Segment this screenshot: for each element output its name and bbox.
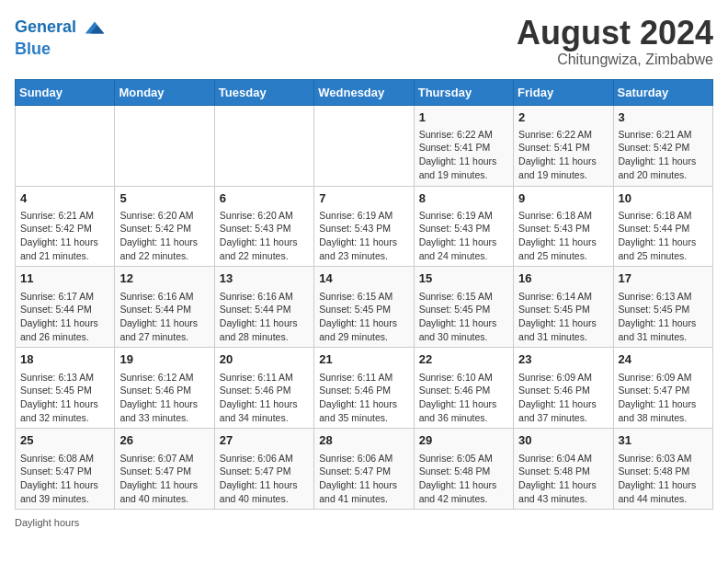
day-cell: 24Sunrise: 6:09 AM Sunset: 5:47 PM Dayli… xyxy=(613,348,712,429)
day-info: Sunrise: 6:15 AM Sunset: 5:45 PM Dayligh… xyxy=(319,290,408,344)
day-cell: 4Sunrise: 6:21 AM Sunset: 5:42 PM Daylig… xyxy=(16,186,115,267)
day-info: Sunrise: 6:12 AM Sunset: 5:46 PM Dayligh… xyxy=(119,371,209,425)
day-info: Sunrise: 6:06 AM Sunset: 5:47 PM Dayligh… xyxy=(319,452,408,506)
day-number: 24 xyxy=(619,351,708,368)
day-info: Sunrise: 6:11 AM Sunset: 5:46 PM Dayligh… xyxy=(319,371,408,425)
day-number: 14 xyxy=(319,270,408,287)
day-number: 7 xyxy=(319,190,408,207)
day-cell: 31Sunrise: 6:03 AM Sunset: 5:48 PM Dayli… xyxy=(613,429,712,510)
day-number: 6 xyxy=(220,190,309,207)
day-number: 3 xyxy=(619,109,708,126)
week-row-3: 11Sunrise: 6:17 AM Sunset: 5:44 PM Dayli… xyxy=(16,267,713,348)
week-row-5: 25Sunrise: 6:08 AM Sunset: 5:47 PM Dayli… xyxy=(16,429,713,510)
day-cell: 26Sunrise: 6:07 AM Sunset: 5:47 PM Dayli… xyxy=(115,429,214,510)
day-info: Sunrise: 6:17 AM Sunset: 5:44 PM Dayligh… xyxy=(20,290,109,344)
day-cell: 14Sunrise: 6:15 AM Sunset: 5:45 PM Dayli… xyxy=(314,267,414,348)
title-block: August 2024 Chitungwiza, Zimbabwe xyxy=(517,15,713,68)
header-cell-saturday: Saturday xyxy=(613,79,712,105)
day-cell: 20Sunrise: 6:11 AM Sunset: 5:46 PM Dayli… xyxy=(214,348,313,429)
day-cell: 13Sunrise: 6:16 AM Sunset: 5:44 PM Dayli… xyxy=(214,267,313,348)
day-info: Sunrise: 6:09 AM Sunset: 5:46 PM Dayligh… xyxy=(518,371,608,425)
day-info: Sunrise: 6:07 AM Sunset: 5:47 PM Dayligh… xyxy=(119,452,209,506)
header-row: SundayMondayTuesdayWednesdayThursdayFrid… xyxy=(16,79,713,105)
day-number: 18 xyxy=(20,351,109,368)
calendar-body: 1Sunrise: 6:22 AM Sunset: 5:41 PM Daylig… xyxy=(16,105,713,510)
day-info: Sunrise: 6:15 AM Sunset: 5:45 PM Dayligh… xyxy=(419,290,508,344)
day-cell: 18Sunrise: 6:13 AM Sunset: 5:45 PM Dayli… xyxy=(16,348,115,429)
day-info: Sunrise: 6:16 AM Sunset: 5:44 PM Dayligh… xyxy=(220,290,309,344)
page-header: General Blue August 2024 Chitungwiza, Zi… xyxy=(15,15,713,68)
day-number: 13 xyxy=(220,270,309,287)
day-info: Sunrise: 6:16 AM Sunset: 5:44 PM Dayligh… xyxy=(119,290,209,344)
day-cell: 5Sunrise: 6:20 AM Sunset: 5:42 PM Daylig… xyxy=(115,186,214,267)
day-cell: 19Sunrise: 6:12 AM Sunset: 5:46 PM Dayli… xyxy=(115,348,214,429)
logo: General Blue xyxy=(15,15,108,59)
day-cell: 11Sunrise: 6:17 AM Sunset: 5:44 PM Dayli… xyxy=(16,267,115,348)
day-number: 12 xyxy=(119,270,209,287)
day-info: Sunrise: 6:20 AM Sunset: 5:43 PM Dayligh… xyxy=(220,209,309,263)
day-number: 9 xyxy=(518,190,608,207)
day-cell: 8Sunrise: 6:19 AM Sunset: 5:43 PM Daylig… xyxy=(414,186,513,267)
day-cell: 6Sunrise: 6:20 AM Sunset: 5:43 PM Daylig… xyxy=(214,186,313,267)
day-number: 17 xyxy=(619,270,708,287)
day-cell: 10Sunrise: 6:18 AM Sunset: 5:44 PM Dayli… xyxy=(613,186,712,267)
day-number: 2 xyxy=(518,109,608,126)
day-info: Sunrise: 6:13 AM Sunset: 5:45 PM Dayligh… xyxy=(619,290,708,344)
day-number: 26 xyxy=(119,432,209,449)
day-number: 1 xyxy=(419,109,508,126)
day-info: Sunrise: 6:22 AM Sunset: 5:41 PM Dayligh… xyxy=(518,128,608,182)
day-cell xyxy=(16,105,115,186)
day-number: 11 xyxy=(20,270,109,287)
calendar-table: SundayMondayTuesdayWednesdayThursdayFrid… xyxy=(15,79,713,511)
day-number: 30 xyxy=(518,432,608,449)
week-row-4: 18Sunrise: 6:13 AM Sunset: 5:45 PM Dayli… xyxy=(16,348,713,429)
day-info: Sunrise: 6:21 AM Sunset: 5:42 PM Dayligh… xyxy=(619,128,708,182)
footer-text: Daylight hours xyxy=(15,517,79,528)
calendar-header: SundayMondayTuesdayWednesdayThursdayFrid… xyxy=(16,79,713,105)
day-number: 27 xyxy=(220,432,309,449)
day-number: 4 xyxy=(20,190,109,207)
day-info: Sunrise: 6:18 AM Sunset: 5:44 PM Dayligh… xyxy=(619,209,708,263)
day-info: Sunrise: 6:05 AM Sunset: 5:48 PM Dayligh… xyxy=(419,452,508,506)
day-number: 29 xyxy=(419,432,508,449)
day-cell: 27Sunrise: 6:06 AM Sunset: 5:47 PM Dayli… xyxy=(214,429,313,510)
day-number: 31 xyxy=(619,432,708,449)
day-number: 19 xyxy=(119,351,209,368)
day-number: 20 xyxy=(220,351,309,368)
day-cell: 25Sunrise: 6:08 AM Sunset: 5:47 PM Dayli… xyxy=(16,429,115,510)
logo-blue: Blue xyxy=(15,40,108,59)
day-cell: 12Sunrise: 6:16 AM Sunset: 5:44 PM Dayli… xyxy=(115,267,214,348)
day-info: Sunrise: 6:19 AM Sunset: 5:43 PM Dayligh… xyxy=(319,209,408,263)
day-number: 10 xyxy=(619,190,708,207)
header-cell-friday: Friday xyxy=(514,79,613,105)
day-cell: 30Sunrise: 6:04 AM Sunset: 5:48 PM Dayli… xyxy=(514,429,613,510)
header-cell-thursday: Thursday xyxy=(414,79,513,105)
day-cell: 15Sunrise: 6:15 AM Sunset: 5:45 PM Dayli… xyxy=(414,267,513,348)
week-row-1: 1Sunrise: 6:22 AM Sunset: 5:41 PM Daylig… xyxy=(16,105,713,186)
day-info: Sunrise: 6:11 AM Sunset: 5:46 PM Dayligh… xyxy=(220,371,309,425)
day-cell: 1Sunrise: 6:22 AM Sunset: 5:41 PM Daylig… xyxy=(414,105,513,186)
day-number: 22 xyxy=(419,351,508,368)
logo-text: General xyxy=(15,18,76,37)
day-cell: 2Sunrise: 6:22 AM Sunset: 5:41 PM Daylig… xyxy=(514,105,613,186)
day-number: 23 xyxy=(518,351,608,368)
day-cell: 22Sunrise: 6:10 AM Sunset: 5:46 PM Dayli… xyxy=(414,348,513,429)
day-number: 16 xyxy=(518,270,608,287)
day-info: Sunrise: 6:21 AM Sunset: 5:42 PM Dayligh… xyxy=(20,209,109,263)
day-number: 28 xyxy=(319,432,408,449)
day-cell: 29Sunrise: 6:05 AM Sunset: 5:48 PM Dayli… xyxy=(414,429,513,510)
day-info: Sunrise: 6:03 AM Sunset: 5:48 PM Dayligh… xyxy=(619,452,708,506)
day-cell xyxy=(214,105,313,186)
week-row-2: 4Sunrise: 6:21 AM Sunset: 5:42 PM Daylig… xyxy=(16,186,713,267)
header-cell-sunday: Sunday xyxy=(16,79,115,105)
day-number: 25 xyxy=(20,432,109,449)
day-cell: 3Sunrise: 6:21 AM Sunset: 5:42 PM Daylig… xyxy=(613,105,712,186)
day-number: 8 xyxy=(419,190,508,207)
footer: Daylight hours xyxy=(15,517,713,528)
day-cell: 9Sunrise: 6:18 AM Sunset: 5:43 PM Daylig… xyxy=(514,186,613,267)
day-number: 15 xyxy=(419,270,508,287)
day-number: 5 xyxy=(119,190,209,207)
day-cell xyxy=(115,105,214,186)
header-cell-wednesday: Wednesday xyxy=(314,79,414,105)
location: Chitungwiza, Zimbabwe xyxy=(517,52,713,68)
